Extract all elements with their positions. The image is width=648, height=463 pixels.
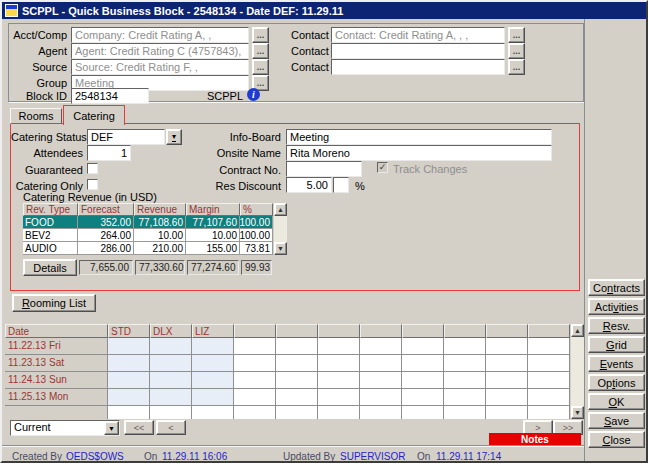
grid-cell[interactable] xyxy=(402,406,444,419)
browse-button[interactable]: ... xyxy=(508,27,525,43)
sidebar-button-save[interactable]: Save xyxy=(588,412,645,429)
sidebar-button-events[interactable]: Events xyxy=(588,355,645,372)
grid-cell[interactable] xyxy=(192,372,234,389)
grid-cell[interactable] xyxy=(234,355,276,372)
browse-button[interactable]: ... xyxy=(508,43,525,59)
grid-cell[interactable] xyxy=(150,338,192,355)
grid-cell[interactable] xyxy=(528,338,570,355)
grid-cell[interactable] xyxy=(108,406,150,419)
catering-status-field[interactable] xyxy=(87,129,165,145)
track-changes-checkbox[interactable]: ✓ xyxy=(377,162,388,173)
grid-cell[interactable] xyxy=(150,355,192,372)
grid-cell[interactable] xyxy=(402,372,444,389)
contact-field[interactable] xyxy=(331,27,505,43)
grid-cell[interactable] xyxy=(150,372,192,389)
grid-cell[interactable] xyxy=(234,338,276,355)
grid-cell[interactable] xyxy=(318,406,360,419)
grid-cell[interactable] xyxy=(318,355,360,372)
grid-cell[interactable] xyxy=(108,372,150,389)
scroll-down-icon[interactable]: ▼ xyxy=(274,242,287,255)
block-id-field[interactable] xyxy=(71,88,149,104)
scroll-up-icon[interactable]: ▲ xyxy=(571,324,584,337)
grid-cell[interactable] xyxy=(276,338,318,355)
grid-cell[interactable] xyxy=(486,372,528,389)
onsite-name-field[interactable] xyxy=(286,145,552,161)
sidebar-button-activities[interactable]: Activities xyxy=(588,298,645,315)
tab-catering[interactable]: Catering xyxy=(63,105,125,125)
agent-field[interactable] xyxy=(71,43,249,59)
grid-cell[interactable] xyxy=(528,389,570,406)
grid-cell[interactable] xyxy=(108,389,150,406)
info-icon[interactable]: i xyxy=(247,88,260,101)
grid-cell[interactable] xyxy=(192,355,234,372)
grid-cell[interactable] xyxy=(276,406,318,419)
grid-cell[interactable] xyxy=(276,355,318,372)
grid-cell[interactable] xyxy=(360,355,402,372)
nav-prev-button[interactable]: < xyxy=(156,420,186,435)
info-board-field[interactable] xyxy=(286,129,552,145)
revenue-scrollbar[interactable]: ▲▼ xyxy=(274,203,287,255)
rooming-list-button[interactable]: Rooming List xyxy=(12,294,96,312)
guaranteed-checkbox[interactable] xyxy=(87,163,98,174)
grid-cell[interactable] xyxy=(234,372,276,389)
grid-cell[interactable] xyxy=(528,406,570,419)
acctcomp-field[interactable] xyxy=(71,27,249,43)
grid-cell[interactable] xyxy=(402,355,444,372)
scroll-track[interactable] xyxy=(274,216,287,242)
grid-cell[interactable] xyxy=(318,372,360,389)
grid-cell[interactable] xyxy=(192,338,234,355)
scroll-up-icon[interactable]: ▲ xyxy=(274,203,287,216)
contact-field[interactable] xyxy=(331,43,505,59)
grid-cell[interactable] xyxy=(444,338,486,355)
browse-button[interactable]: ... xyxy=(252,27,269,43)
browse-button[interactable]: ... xyxy=(252,59,269,75)
scroll-down-icon[interactable]: ▼ xyxy=(571,406,584,419)
sidebar-button-grid[interactable]: Grid xyxy=(588,336,645,353)
sidebar-button-options[interactable]: Options xyxy=(588,374,645,391)
grid-cell[interactable] xyxy=(192,389,234,406)
grid-cell[interactable] xyxy=(360,372,402,389)
source-field[interactable] xyxy=(71,59,249,75)
grid-cell[interactable] xyxy=(486,355,528,372)
contract-no-field[interactable] xyxy=(286,161,362,177)
grid-cell[interactable] xyxy=(402,389,444,406)
grid-cell[interactable] xyxy=(150,406,192,419)
grid-cell[interactable] xyxy=(486,389,528,406)
sidebar-button-resv[interactable]: Resv. xyxy=(588,317,645,334)
catering-only-checkbox[interactable] xyxy=(87,179,98,190)
grid-cell[interactable] xyxy=(276,372,318,389)
grid-scrollbar[interactable]: ▲▼ xyxy=(571,324,584,419)
catering-status-dropdown-button[interactable]: ▾ xyxy=(166,129,182,145)
grid-cell[interactable] xyxy=(444,389,486,406)
contact-field[interactable] xyxy=(331,59,505,75)
grid-cell[interactable] xyxy=(234,389,276,406)
browse-button[interactable]: ... xyxy=(252,43,269,59)
grid-cell[interactable] xyxy=(318,389,360,406)
grid-cell[interactable] xyxy=(234,406,276,419)
grid-cell[interactable] xyxy=(444,406,486,419)
grid-cell[interactable] xyxy=(276,389,318,406)
scroll-track[interactable] xyxy=(571,337,584,406)
grid-cell[interactable] xyxy=(528,355,570,372)
grid-cell[interactable] xyxy=(108,338,150,355)
view-select[interactable]: Current ▼ xyxy=(10,420,120,436)
grid-cell[interactable] xyxy=(444,372,486,389)
res-discount-extra-box[interactable] xyxy=(333,177,349,193)
nav-first-button[interactable]: << xyxy=(124,420,154,435)
grid-cell[interactable] xyxy=(192,406,234,419)
sidebar-button-close[interactable]: Close xyxy=(588,431,645,448)
grid-cell[interactable] xyxy=(318,338,360,355)
chevron-down-icon[interactable]: ▼ xyxy=(104,421,119,435)
tab-rooms[interactable]: Rooms xyxy=(10,108,62,124)
grid-cell[interactable] xyxy=(360,406,402,419)
sidebar-button-ok[interactable]: OK xyxy=(588,393,645,410)
res-discount-field[interactable] xyxy=(286,177,332,193)
grid-cell[interactable] xyxy=(360,389,402,406)
details-button[interactable]: Details xyxy=(23,259,77,276)
grid-cell[interactable] xyxy=(360,338,402,355)
grid-cell[interactable] xyxy=(402,338,444,355)
browse-button[interactable]: ... xyxy=(508,59,525,75)
grid-cell[interactable] xyxy=(486,338,528,355)
grid-cell[interactable] xyxy=(444,355,486,372)
attendees-field[interactable] xyxy=(87,145,131,161)
